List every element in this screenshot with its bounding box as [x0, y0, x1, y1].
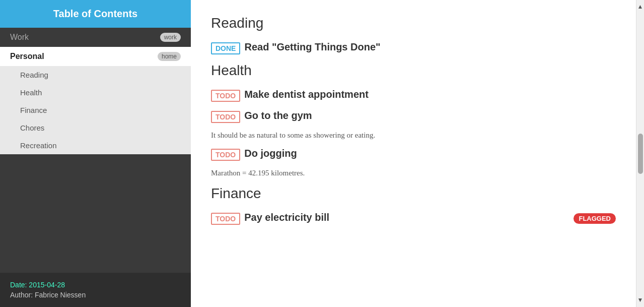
main-content[interactable]: Reading DONE Read "Getting Things Done" …: [191, 0, 636, 307]
footer-date: Date: 2015-04-28: [10, 281, 181, 289]
sidebar-item-personal[interactable]: Personal home: [0, 47, 191, 66]
item-text: Do jogging: [244, 148, 297, 159]
badge-done: DONE: [211, 42, 240, 54]
sidebar-item-chores[interactable]: Chores: [0, 119, 191, 137]
sidebar-item-finance[interactable]: Finance: [0, 101, 191, 119]
badge-todo: TODO: [211, 111, 240, 123]
list-item: DONE Read "Getting Things Done": [211, 41, 616, 54]
scrollbar[interactable]: ▲ ▼: [636, 0, 644, 307]
flagged-badge: FLAGGED: [574, 213, 616, 224]
sidebar-subitems: Reading Health Finance Chores Recreation: [0, 66, 191, 154]
sidebar-item-health[interactable]: Health: [0, 84, 191, 101]
personal-label: Personal: [10, 52, 44, 61]
item-text: Go to the gym: [244, 110, 312, 121]
badge-todo: TODO: [211, 90, 240, 102]
item-text: Make dentist appointment: [244, 89, 369, 100]
item-text: Pay electricity bill: [244, 212, 329, 223]
finance-item: TODO Pay electricity bill: [211, 212, 574, 225]
personal-badge: home: [158, 52, 181, 61]
sidebar-item-work[interactable]: Work work: [0, 28, 191, 47]
footer-author: Author: Fabrice Niessen: [10, 291, 181, 299]
item-text: Read "Getting Things Done": [244, 41, 380, 53]
item-note: It should be as natural to some as showe…: [211, 131, 616, 140]
scroll-up-arrow[interactable]: ▲: [635, 1, 644, 13]
badge-todo: TODO: [211, 149, 240, 161]
section-title-reading: Reading: [211, 15, 616, 31]
section-title-health: Health: [211, 63, 616, 79]
sidebar-item-recreation[interactable]: Recreation: [0, 137, 191, 154]
item-note: Marathon = 42.195 kilometres.: [211, 169, 616, 177]
work-badge: work: [160, 33, 181, 42]
list-item: TODO Make dentist appointment: [211, 89, 616, 102]
scroll-down-arrow[interactable]: ▼: [635, 294, 644, 306]
sidebar: Table of Contents Work work Personal hom…: [0, 0, 191, 307]
badge-todo: TODO: [211, 213, 240, 225]
list-item: TODO Do jogging: [211, 148, 616, 161]
list-item: TODO Pay electricity bill FLAGGED: [211, 212, 616, 225]
section-title-finance: Finance: [211, 186, 616, 202]
sidebar-footer: Date: 2015-04-28 Author: Fabrice Niessen: [0, 273, 191, 307]
list-item: TODO Go to the gym: [211, 110, 616, 123]
scroll-thumb[interactable]: [638, 134, 643, 174]
sidebar-item-reading[interactable]: Reading: [0, 66, 191, 84]
sidebar-header: Table of Contents: [0, 0, 191, 28]
sidebar-title: Table of Contents: [10, 8, 181, 20]
work-label: Work: [10, 33, 29, 42]
